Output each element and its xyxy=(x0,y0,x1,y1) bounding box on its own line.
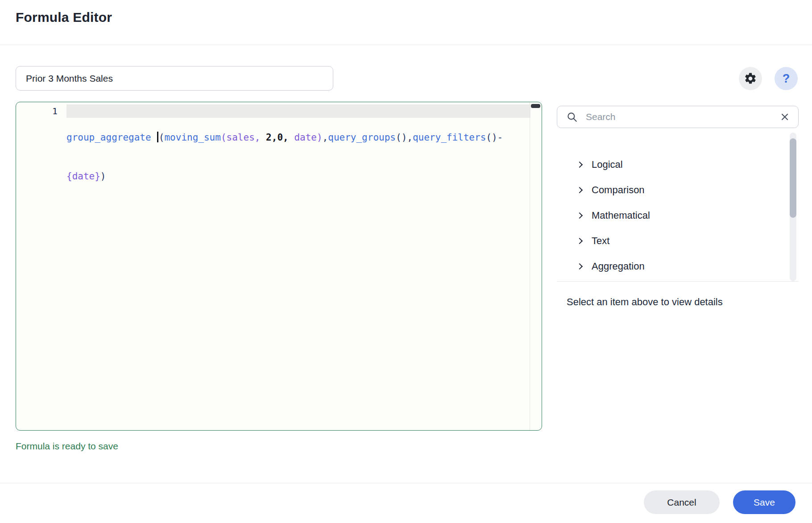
formula-name-input[interactable] xyxy=(16,66,333,91)
save-button[interactable]: Save xyxy=(733,490,795,514)
function-search-box xyxy=(557,106,799,128)
question-mark-icon: ? xyxy=(783,72,790,86)
category-label: Logical xyxy=(592,159,623,170)
formula-code-editor[interactable]: 1 group_aggregate (moving_sum(sales, 2,0… xyxy=(16,102,542,431)
editor-scrollbar-track xyxy=(530,102,530,430)
chevron-right-icon xyxy=(576,263,583,269)
category-item-comparison[interactable]: Comparison xyxy=(557,177,789,203)
help-button[interactable]: ? xyxy=(775,67,798,90)
sidebar-scrollbar-track[interactable] xyxy=(790,133,796,281)
cancel-button[interactable]: Cancel xyxy=(644,490,720,514)
footer-divider xyxy=(0,483,812,483)
settings-button[interactable] xyxy=(739,67,762,90)
category-item-aggregation[interactable]: Aggregation xyxy=(557,253,789,279)
clear-search-button[interactable] xyxy=(780,112,789,121)
text-cursor xyxy=(157,132,158,142)
page-title: Formula Editor xyxy=(16,10,112,25)
chevron-right-icon xyxy=(576,161,583,167)
chevron-right-icon xyxy=(576,237,583,244)
status-message: Formula is ready to save xyxy=(16,441,118,452)
category-item-logical[interactable]: Logical xyxy=(557,152,789,177)
magnifier-icon xyxy=(566,111,578,123)
category-item-text[interactable]: Text xyxy=(557,228,789,253)
details-hint-text: Select an item above to view details xyxy=(567,296,723,308)
header-divider xyxy=(0,45,812,45)
category-label: Aggregation xyxy=(592,261,645,272)
code-area[interactable]: group_aggregate (moving_sum(sales, 2,0, … xyxy=(66,105,530,209)
category-label: Mathematical xyxy=(592,210,650,221)
chevron-right-icon xyxy=(576,187,583,193)
gear-icon xyxy=(744,72,757,85)
search-input[interactable] xyxy=(586,112,780,122)
sidebar-scrollbar-thumb[interactable] xyxy=(790,138,796,218)
code-line: group_aggregate (moving_sum(sales, 2,0, … xyxy=(66,131,530,144)
editor-scrollbar-thumb[interactable] xyxy=(531,104,540,108)
category-label: Comparison xyxy=(592,184,645,196)
line-number-gutter: 1 xyxy=(16,102,66,430)
function-category-list: Logical Comparison Mathematical Text Agg… xyxy=(557,152,789,279)
category-label: Text xyxy=(592,235,609,247)
sidebar-divider xyxy=(557,281,799,282)
line-number: 1 xyxy=(52,106,58,116)
code-line: {date}) xyxy=(66,170,530,183)
formula-editor-dialog: Formula Editor ? 1 group_aggregate (movi… xyxy=(0,0,812,523)
chevron-right-icon xyxy=(576,212,583,218)
category-item-mathematical[interactable]: Mathematical xyxy=(557,203,789,228)
close-icon xyxy=(780,112,789,121)
